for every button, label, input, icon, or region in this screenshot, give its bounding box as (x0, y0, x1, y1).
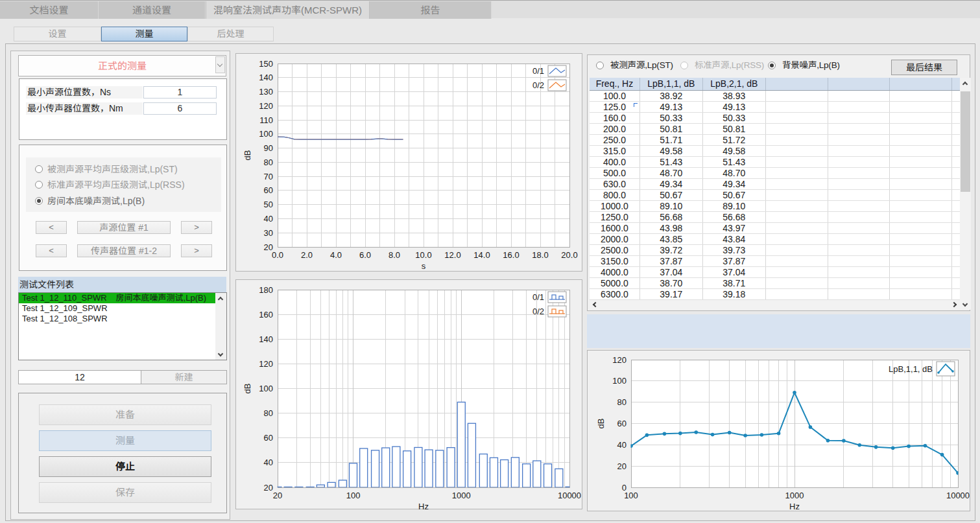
table-cell[interactable]: 43.84 (702, 233, 765, 244)
table-cell[interactable] (828, 178, 890, 189)
table-cell[interactable]: 37.04 (639, 266, 702, 277)
table-cell[interactable]: 125.0 (590, 101, 639, 112)
table-cell[interactable]: 3150.0 (590, 255, 639, 266)
table-cell[interactable] (952, 90, 960, 101)
scroll-down-button[interactable] (960, 299, 971, 310)
table-cell[interactable] (952, 288, 960, 299)
table-cell[interactable] (765, 211, 828, 222)
table-cell[interactable] (828, 277, 890, 288)
radio-lp-b-label[interactable]: 背景噪声,Lp(B) (782, 55, 840, 76)
table-cell[interactable]: 160.0 (590, 112, 639, 123)
table-cell[interactable] (890, 288, 952, 299)
table-cell[interactable] (765, 189, 828, 200)
table-cell[interactable] (828, 167, 890, 178)
table-cell[interactable] (890, 167, 952, 178)
table-cell[interactable]: 37.04 (702, 266, 765, 277)
table-cell[interactable] (952, 233, 960, 244)
tab-postprocess[interactable]: 后处理 (187, 27, 274, 41)
table-cell[interactable] (890, 244, 952, 255)
measure-button[interactable]: 测量 (39, 430, 211, 451)
table-cell[interactable] (828, 156, 890, 167)
scroll-up-button[interactable] (215, 293, 226, 303)
table-cell[interactable] (765, 134, 828, 145)
min-mic-positions-value[interactable]: 6 (143, 102, 217, 115)
radio-lp-rss-icon[interactable] (680, 62, 688, 69)
mic-next-button[interactable]: > (181, 244, 212, 257)
table-cell[interactable] (828, 255, 890, 266)
new-test-button[interactable]: 新建 (141, 370, 227, 384)
table-cell[interactable] (765, 200, 828, 211)
table-cell[interactable]: 48.70 (639, 167, 702, 178)
table-cell[interactable] (765, 145, 828, 156)
table-cell[interactable] (765, 255, 828, 266)
table-cell[interactable] (952, 123, 960, 134)
radio-lp-st-label[interactable]: 被测声源,Lp(ST) (610, 55, 673, 76)
table-cell[interactable] (828, 244, 890, 255)
radio-row-lp-b[interactable]: 房间本底噪声测试,Lp(B) (26, 193, 221, 209)
table-cell[interactable] (765, 244, 828, 255)
table-cell[interactable]: 49.34 (639, 178, 702, 189)
table-cell[interactable]: 37.87 (702, 255, 765, 266)
table-cell[interactable] (890, 90, 952, 101)
table-cell[interactable] (890, 101, 952, 112)
table-cell[interactable]: 6300.0 (590, 288, 639, 299)
table-cell[interactable] (828, 134, 890, 145)
table-cell[interactable]: 50.81 (639, 123, 702, 134)
table-cell[interactable] (765, 167, 828, 178)
table-cell[interactable]: 250.0 (590, 134, 639, 145)
table-cell[interactable]: 56.68 (639, 211, 702, 222)
table-cell[interactable] (828, 211, 890, 222)
radio-lp-rss-label[interactable]: 标准声源,Lp(RSS) (695, 55, 764, 76)
table-cell[interactable] (890, 255, 952, 266)
table-cell[interactable]: 37.87 (639, 255, 702, 266)
table-cell[interactable] (952, 134, 960, 145)
tab-setup[interactable]: 设置 (14, 27, 101, 41)
source-position-button[interactable]: 声源位置 #1 (77, 221, 171, 234)
table-cell[interactable] (828, 145, 890, 156)
table-cell[interactable] (828, 90, 890, 101)
table-cell[interactable] (765, 90, 828, 101)
table-cell[interactable] (765, 178, 828, 189)
table-cell[interactable] (765, 112, 828, 123)
save-button[interactable]: 保存 (39, 482, 211, 503)
table-cell[interactable]: 200.0 (590, 123, 639, 134)
table-hscrollbar[interactable] (590, 300, 960, 310)
table-cell[interactable] (952, 211, 960, 222)
table-cell[interactable]: 51.43 (639, 156, 702, 167)
radio-row-lp-rss[interactable]: 标准声源平均声压级测试,Lp(RSS) (26, 177, 221, 192)
table-cell[interactable]: 100.0 (590, 90, 639, 101)
scroll-left-button[interactable] (590, 300, 601, 310)
stop-button[interactable]: 停止 (39, 456, 211, 477)
table-cell[interactable]: 1250.0 (590, 211, 639, 222)
table-cell[interactable]: 39.18 (702, 288, 765, 299)
table-cell[interactable]: 2000.0 (590, 233, 639, 244)
table-cell[interactable] (890, 200, 952, 211)
table-cell[interactable]: 49.58 (639, 145, 702, 156)
table-cell[interactable] (765, 233, 828, 244)
table-cell[interactable]: 51.43 (702, 156, 765, 167)
tab-report[interactable]: 报告 (370, 1, 492, 19)
table-cell[interactable] (828, 112, 890, 123)
table-cell[interactable]: 43.97 (702, 222, 765, 233)
table-cell[interactable] (952, 156, 960, 167)
table-cell[interactable] (765, 288, 828, 299)
table-column-header[interactable]: LpB,2,1, dB (702, 78, 765, 90)
table-column-header[interactable] (828, 78, 890, 90)
table-cell[interactable] (765, 222, 828, 233)
min-source-positions-value[interactable]: 1 (143, 86, 217, 99)
table-cell[interactable] (890, 189, 952, 200)
table-cell[interactable] (890, 123, 952, 134)
table-cell[interactable]: 1000.0 (590, 200, 639, 211)
table-cell[interactable]: 38.71 (702, 277, 765, 288)
tab-channel-settings[interactable]: 通道设置 (99, 1, 206, 19)
tab-document-settings[interactable]: 文档设置 (0, 1, 99, 19)
file-list-item[interactable]: Test 1_12_110_SPWR房间本底噪声测试,Lp(B) (19, 293, 215, 303)
table-cell[interactable] (952, 189, 960, 200)
table-cell[interactable] (890, 277, 952, 288)
mic-position-button[interactable]: 传声器位置 #1-2 (77, 244, 171, 257)
table-cell[interactable]: 1600.0 (590, 222, 639, 233)
mic-prev-button[interactable]: < (36, 244, 67, 257)
scrollbar-thumb[interactable] (961, 91, 970, 192)
table-column-header[interactable]: LpB,1,1, dB (639, 78, 702, 90)
table-cell[interactable] (765, 277, 828, 288)
